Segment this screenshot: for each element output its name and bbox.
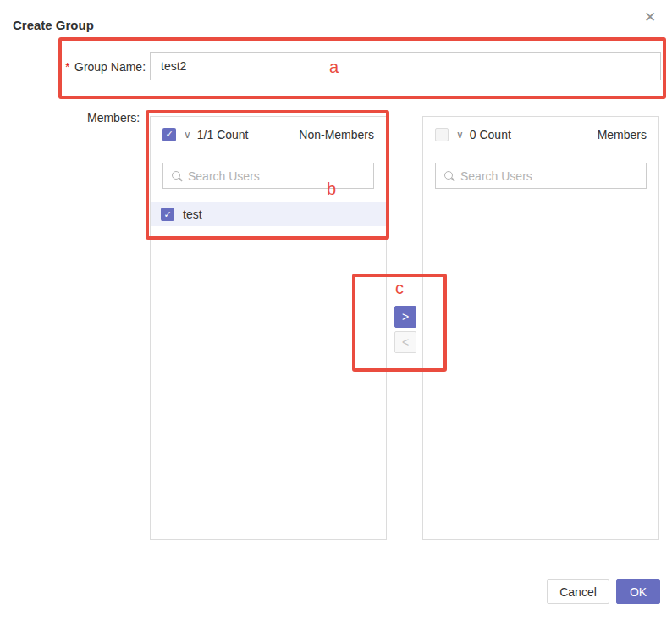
chevron-down-icon[interactable]: ∨: [184, 130, 191, 140]
move-left-button[interactable]: <: [394, 331, 416, 353]
item-checkbox[interactable]: ✓: [161, 208, 174, 221]
select-all-checkbox[interactable]: ✓: [162, 128, 176, 141]
non-members-search: [162, 163, 374, 189]
group-name-input[interactable]: [150, 52, 661, 80]
non-members-title: Non-Members: [299, 128, 374, 141]
required-marker: *: [65, 60, 69, 74]
non-members-count: 1/1 Count: [197, 128, 249, 141]
chevron-down-icon[interactable]: ∨: [456, 130, 464, 140]
search-icon: [171, 170, 183, 182]
members-panel: ✓ ∨ 0 Count Members: [422, 116, 659, 540]
page-title: Create Group: [13, 18, 94, 32]
move-right-button[interactable]: >: [394, 306, 416, 328]
close-icon[interactable]: ✕: [644, 10, 656, 25]
cancel-button[interactable]: Cancel: [547, 579, 609, 604]
search-icon: [443, 170, 455, 182]
members-search-input[interactable]: [460, 169, 638, 183]
list-item-test[interactable]: ✓ test: [151, 202, 386, 226]
create-group-dialog: Create Group ✕ * Group Name: Members: ✓ …: [0, 0, 672, 620]
check-icon: ✓: [163, 210, 171, 219]
non-members-header: ✓ ∨ 1/1 Count Non-Members: [151, 117, 386, 152]
group-name-label: Group Name:: [74, 60, 146, 74]
members-search: [435, 163, 647, 189]
item-label: test: [183, 208, 202, 221]
check-icon: ✓: [165, 130, 173, 139]
members-count: 0 Count: [470, 128, 511, 141]
members-label: Members:: [87, 111, 140, 125]
members-title: Members: [598, 128, 647, 141]
check-icon: ✓: [438, 129, 445, 140]
members-header: ✓ ∨ 0 Count Members: [423, 117, 658, 152]
ok-button[interactable]: OK: [616, 579, 660, 604]
annotation-letter-c: c: [395, 280, 404, 296]
non-members-panel: ✓ ∨ 1/1 Count Non-Members ✓ test: [150, 116, 387, 540]
select-all-checkbox[interactable]: ✓: [435, 128, 449, 141]
non-members-search-input[interactable]: [188, 169, 366, 183]
